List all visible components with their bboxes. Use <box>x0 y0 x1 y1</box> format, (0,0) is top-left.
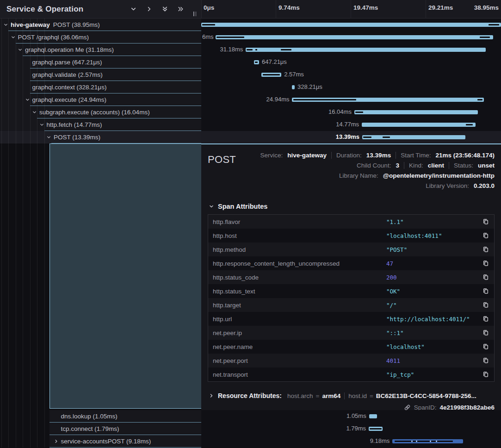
span-row-left[interactable]: graphql.operation Me (31.18ms) <box>0 44 201 56</box>
span-row[interactable]: http.fetch (14.77ms)14.77ms <box>0 118 501 131</box>
span-row[interactable]: hive-gatewayPOST (38.95ms) <box>0 19 501 31</box>
span-row-left[interactable]: graphql.context (328.21μs) <box>0 81 201 93</box>
span-row-left[interactable]: subgraph.execute (accounts) (16.04ms) <box>0 106 201 118</box>
operation-name: http.fetch (14.77ms) <box>47 121 102 128</box>
selected-span-highlight-block <box>49 143 201 409</box>
attribute-value: "localhost" <box>386 343 481 350</box>
copy-icon[interactable] <box>481 342 490 351</box>
span-row[interactable]: graphql.operation Me (31.18ms)31.18ms <box>0 44 501 56</box>
span-duration-bar[interactable] <box>354 110 478 114</box>
span-row-content[interactable]: service-accountsPOST (9.18ms) <box>49 435 201 448</box>
span-duration-bar[interactable] <box>216 35 493 39</box>
expander-chevron-down-icon[interactable] <box>25 97 31 102</box>
panel-resize-handle[interactable] <box>192 11 198 17</box>
child-span-mark <box>477 99 482 100</box>
operation-name: POST /graphql (36.06ms) <box>18 34 89 41</box>
span-row[interactable]: subgraph.execute (accounts) (16.04ms)16.… <box>0 106 501 118</box>
trace-viewer: Service & Operation 0μs9.74ms19.47ms29.2… <box>0 0 501 448</box>
attribute-key: http.status_code <box>213 274 386 281</box>
timeline-tick-label: 0μs <box>204 4 214 11</box>
timeline-tick-label: 9.74ms <box>278 4 300 11</box>
child-span-mark <box>281 49 291 50</box>
expander-chevron-down-icon[interactable] <box>46 135 52 140</box>
attribute-value: "::1" <box>386 330 481 336</box>
double-chevron-right-icon[interactable] <box>176 5 185 13</box>
copy-icon[interactable] <box>481 231 490 240</box>
header-row: Service & Operation 0μs9.74ms19.47ms29.2… <box>0 0 501 19</box>
attribute-key: net.transport <box>213 371 386 378</box>
meta-value: 13.39ms <box>366 152 391 159</box>
meta-key: Duration: <box>336 152 362 159</box>
span-row-left[interactable]: graphql.parse (647.21μs) <box>0 56 201 68</box>
expander-chevron-down-icon[interactable] <box>39 122 45 127</box>
span-row-timeline: 1.79ms <box>201 423 501 435</box>
child-span-mark <box>416 441 417 442</box>
chevron-down-icon[interactable] <box>129 5 137 13</box>
attribute-value: "POST" <box>386 246 481 253</box>
chevron-right-icon[interactable] <box>145 5 153 13</box>
copy-icon[interactable] <box>481 300 490 310</box>
child-span-mark <box>247 49 253 50</box>
span-duration-bar[interactable] <box>292 85 294 89</box>
span-row-left[interactable]: POST /graphql (36.06ms) <box>0 31 201 44</box>
span-row-left[interactable]: http.fetch (14.77ms) <box>0 118 201 131</box>
link-icon[interactable] <box>404 404 411 410</box>
copy-icon[interactable] <box>481 314 490 324</box>
copy-icon[interactable] <box>481 217 490 226</box>
child-span-mark <box>430 441 431 442</box>
resource-attributes-header[interactable]: Resource Attributes: host.arch=arm64host… <box>209 392 495 399</box>
attribute-value: 47 <box>386 260 481 267</box>
meta-value: 21ms (23:56:48.174) <box>435 152 495 159</box>
child-span-mark <box>355 112 363 113</box>
span-row[interactable]: POST /graphql (36.06ms)6ms <box>0 31 501 44</box>
double-chevron-down-icon[interactable] <box>161 5 169 13</box>
expander-chevron-down-icon[interactable] <box>31 110 37 115</box>
child-span-mark <box>216 37 244 38</box>
span-row[interactable]: service-accountsPOST (9.18ms)9.18ms <box>0 435 501 448</box>
copy-icon[interactable] <box>481 286 490 296</box>
span-attributes-header[interactable]: Span Attributes <box>209 203 495 210</box>
span-row-left[interactable]: hive-gatewayPOST (38.95ms) <box>0 19 201 31</box>
attribute-row: http.target"/" <box>208 298 494 312</box>
span-row-content[interactable]: tcp.connect (1.79ms) <box>49 423 201 435</box>
span-row-left[interactable]: graphql.execute (24.94ms) <box>0 93 201 106</box>
copy-icon[interactable] <box>481 259 490 268</box>
indent-guides <box>1 423 51 435</box>
copy-icon[interactable] <box>481 245 490 254</box>
span-row-timeline: 24.94ms <box>201 93 501 106</box>
span-row[interactable]: graphql.validate (2.57ms)2.57ms <box>0 68 501 81</box>
span-row[interactable]: graphql.context (328.21μs)328.21μs <box>0 81 501 93</box>
tree-toolbar <box>129 5 185 13</box>
span-duration-bar[interactable] <box>362 135 465 139</box>
span-row[interactable]: POST (13.39ms)13.39ms <box>0 131 501 143</box>
copy-icon[interactable] <box>481 356 490 365</box>
span-detail-section: POST Service:hive-gatewayDuration:13.39m… <box>0 143 501 410</box>
meta-key: Status: <box>454 162 473 169</box>
copy-icon[interactable] <box>481 370 490 379</box>
span-duration-bar[interactable] <box>201 23 501 27</box>
child-span-mark <box>293 99 356 100</box>
span-duration-bar[interactable] <box>362 123 476 127</box>
expander-chevron-down-icon[interactable] <box>17 47 23 52</box>
span-row[interactable]: graphql.execute (24.94ms)24.94ms <box>0 93 501 106</box>
copy-icon[interactable] <box>481 328 490 337</box>
meta-key: Child Count: <box>357 162 391 169</box>
span-row-left[interactable]: graphql.validate (2.57ms) <box>0 68 201 81</box>
span-meta-line: Library Name:@opentelemetry/instrumentat… <box>208 170 495 180</box>
span-row[interactable]: graphql.parse (647.21μs)647.21μs <box>0 56 501 68</box>
expander-chevron-down-icon[interactable] <box>10 35 16 40</box>
span-row-left[interactable]: POST (13.39ms) <box>0 131 201 143</box>
span-row[interactable]: tcp.connect (1.79ms)1.79ms <box>0 423 501 435</box>
span-attributes-table: http.flavor"1.1"http.host"localhost:4011… <box>208 214 495 382</box>
attribute-row: http.flavor"1.1" <box>208 215 494 229</box>
child-span-mark <box>480 37 490 38</box>
expander-chevron-right-icon[interactable] <box>53 439 59 444</box>
attribute-value: "OK" <box>386 288 481 295</box>
expander-chevron-down-icon[interactable] <box>3 22 9 27</box>
copy-icon[interactable] <box>481 273 490 282</box>
span-row-content[interactable]: dns.lookup (1.05ms) <box>49 410 201 423</box>
meta-separator <box>344 392 345 399</box>
span-duration-bar[interactable] <box>369 414 377 418</box>
detail-gutter <box>0 143 201 410</box>
span-row[interactable]: dns.lookup (1.05ms)1.05ms <box>0 410 501 423</box>
